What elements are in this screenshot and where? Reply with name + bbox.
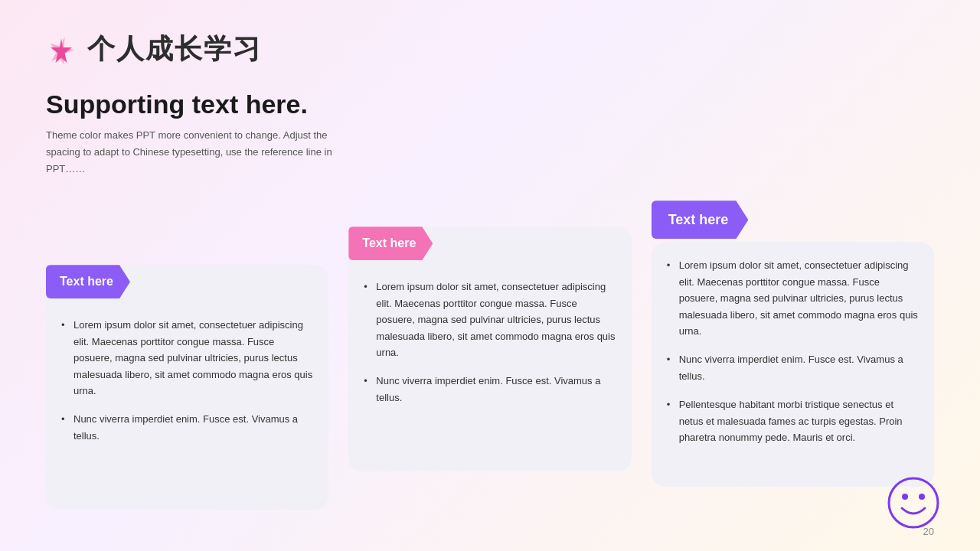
svg-point-2 (919, 494, 925, 500)
card-3-top-label-text: Text here (668, 212, 729, 228)
list-item: Lorem ipsum dolor sit amet, consectetuer… (364, 279, 616, 360)
list-item: Lorem ipsum dolor sit amet, consectetuer… (61, 317, 313, 399)
card-3: Lorem ipsum dolor sit amet, consectetuer… (652, 242, 934, 487)
card-2-badge: Text here (348, 227, 433, 260)
svg-point-0 (889, 478, 938, 527)
list-item: Nunc viverra imperdiet enim. Fusce est. … (61, 411, 313, 444)
columns-container: Text here Lorem ipsum dolor sit amet, co… (46, 196, 934, 510)
slide: 个人成长学习 Supporting text here. Theme color… (0, 0, 980, 551)
card-1-badge: Text here (46, 265, 130, 298)
card-3-list: Lorem ipsum dolor sit amet, consectetuer… (667, 257, 919, 445)
card-3-wrapper: Text here Lorem ipsum dolor sit amet, co… (652, 196, 934, 487)
list-item: Nunc viverra imperdiet enim. Fusce est. … (667, 351, 919, 384)
page-number: 20 (923, 526, 934, 537)
card-1-list: Lorem ipsum dolor sit amet, consectetuer… (61, 317, 313, 444)
card-2-list: Lorem ipsum dolor sit amet, consectetuer… (364, 279, 616, 406)
card-1-badge-inner: Text here (46, 265, 130, 298)
card-1-content: Lorem ipsum dolor sit amet, consectetuer… (46, 317, 328, 444)
header: 个人成长学习 (46, 31, 934, 68)
star-icon (46, 34, 77, 65)
card-3-top-label-inner: Text here (652, 201, 749, 239)
supporting-title: Supporting text here. (46, 90, 934, 119)
list-item: Lorem ipsum dolor sit amet, consectetuer… (667, 257, 919, 339)
supporting-description: Theme color makes PPT more convenient to… (46, 127, 352, 178)
card-2: Text here Lorem ipsum dolor sit amet, co… (348, 227, 631, 471)
card-2-content: Lorem ipsum dolor sit amet, consectetuer… (348, 279, 631, 406)
card-2-badge-inner: Text here (348, 227, 433, 260)
supporting-section: Supporting text here. Theme color makes … (46, 90, 934, 178)
card-1: Text here Lorem ipsum dolor sit amet, co… (46, 265, 328, 510)
page-title: 个人成长学习 (87, 31, 262, 68)
list-item: Nunc viverra imperdiet enim. Fusce est. … (364, 373, 616, 406)
card-2-badge-text: Text here (362, 236, 416, 250)
card-3-top-label: Text here (652, 201, 749, 239)
card-3-content: Lorem ipsum dolor sit amet, consectetuer… (652, 242, 934, 445)
list-item: Pellentesque habitant morbi tristique se… (667, 396, 919, 445)
svg-point-1 (902, 494, 908, 500)
smiley-icon (887, 476, 940, 530)
card-1-badge-text: Text here (60, 275, 113, 289)
